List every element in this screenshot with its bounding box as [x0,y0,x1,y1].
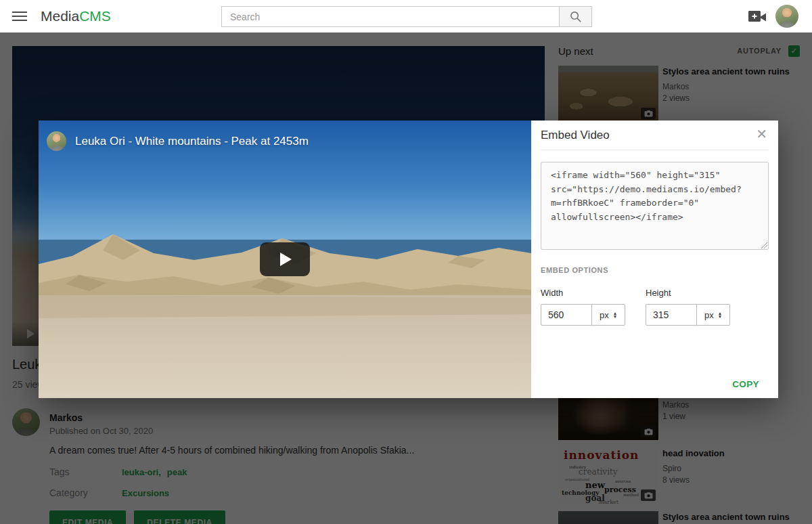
search-input[interactable] [221,6,559,27]
embed-code-textarea[interactable]: <iframe width="560" height="315" src="ht… [541,162,769,250]
preview-author-avatar[interactable] [47,131,66,151]
mediacms-app: MediaCMS Leuka Ori - White mountains - P… [0,0,812,524]
app-header: MediaCMS [0,0,812,32]
menu-icon[interactable] [12,9,27,24]
height-option: Height px ▲▼ [646,288,730,326]
embed-options-label: EMBED OPTIONS [541,266,769,274]
spinner-icon[interactable]: ▲▼ [613,311,617,319]
logo-cms: CMS [79,8,111,24]
search-bar [221,6,592,27]
upload-media-icon[interactable] [748,10,766,22]
height-unit-select[interactable]: px ▲▼ [697,304,730,326]
width-option: Width px ▲▼ [541,288,625,326]
modal-title: Embed Video [541,129,610,142]
width-label: Width [541,288,625,298]
logo[interactable]: MediaCMS [41,8,111,24]
width-input[interactable] [541,304,592,326]
embed-video-modal: Leuka Ori - White mountains - Peak at 24… [39,121,778,398]
logo-media: Media [41,8,79,24]
width-unit-select[interactable]: px ▲▼ [592,304,625,326]
height-input[interactable] [646,304,697,326]
preview-play-button[interactable] [260,242,310,276]
preview-video-title: Leuka Ori - White mountains - Peak at 24… [75,135,309,148]
embed-panel: Embed Video ✕ <iframe width="560" height… [531,121,778,398]
header-actions [748,0,798,32]
spinner-icon[interactable]: ▲▼ [718,311,722,319]
embed-preview-player[interactable]: Leuka Ori - White mountains - Peak at 24… [39,121,531,398]
close-icon[interactable]: ✕ [756,127,767,141]
search-button[interactable] [559,6,592,27]
user-avatar[interactable] [775,5,798,28]
height-label: Height [646,288,730,298]
search-icon [569,10,582,23]
copy-button[interactable]: COPY [732,379,759,389]
preview-title-bar: Leuka Ori - White mountains - Peak at 24… [47,131,309,151]
